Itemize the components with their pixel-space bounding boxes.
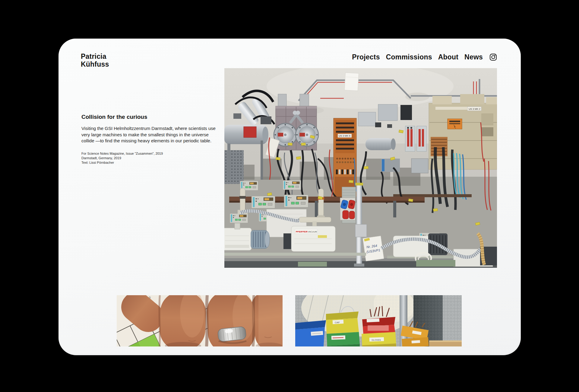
nav-item-projects[interactable]: Projects	[352, 53, 380, 61]
svg-text:PFEIFFER: PFEIFFER	[296, 230, 308, 233]
svg-text:GLOVES: GLOVES	[372, 339, 381, 341]
credit-line: For Science Notes Magazine, Issue "Zusam…	[81, 151, 163, 156]
nav-item-news[interactable]: News	[464, 53, 483, 61]
nav-item-commissions[interactable]: Commissions	[386, 53, 432, 61]
project-description: Visiting the GSI Helmholtzzentrum Darmst…	[81, 125, 217, 144]
thumbnail-hand-periodic-table: 140 105	[117, 295, 283, 346]
site-frame: Patricia Kühfuss Projects Commissions Ab…	[59, 39, 521, 355]
page-title: Collision for the curious	[81, 114, 147, 120]
brand-line2: Kühfuss	[81, 60, 109, 68]
hero-photo: US 3 MK 2	[224, 68, 497, 268]
nav-item-about[interactable]: About	[438, 53, 458, 61]
instagram-icon[interactable]	[489, 53, 497, 61]
credit-line: Darmstadt, Germany, 2019	[81, 156, 163, 160]
brand-logo[interactable]: Patricia Kühfuss	[81, 52, 109, 68]
svg-text:VACUUM: VACUUM	[308, 231, 317, 233]
main-nav: Projects Commissions About News	[352, 53, 497, 61]
svg-text:US 3 MK 5: US 3 MK 5	[339, 134, 350, 137]
svg-text:US 3 MK 2: US 3 MK 2	[469, 108, 480, 110]
thumbnail-storage-bins: CAP GLOVES	[295, 295, 462, 346]
brand-line1: Patricia	[81, 52, 109, 60]
credit-line: Text: Lissi Pörnbacher	[81, 160, 163, 165]
svg-text:CAP: CAP	[335, 321, 340, 324]
project-credits: For Science Notes Magazine, Issue "Zusam…	[81, 151, 163, 165]
